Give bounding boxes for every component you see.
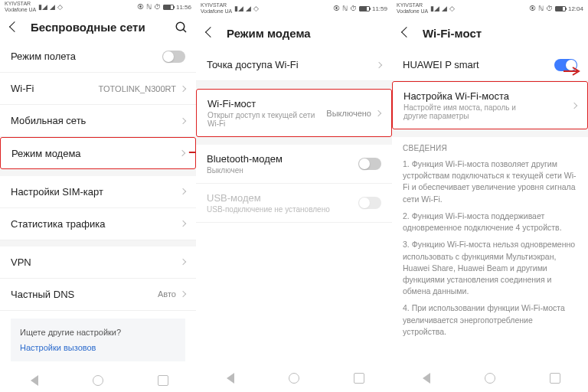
row-hotspot[interactable]: Точка доступа Wi-Fi [196, 49, 392, 81]
nfc-icon: ⦿ ℕ [137, 3, 152, 11]
nav-recent-icon[interactable] [158, 375, 168, 386]
wifi-icon: ◇ [253, 5, 259, 12]
label: VPN [11, 256, 31, 268]
chevron-right-icon [179, 150, 185, 156]
page-title: Беспроводные сети [31, 21, 164, 34]
row-sim[interactable]: Настройки SIM-карт [0, 176, 196, 208]
time: 12:04 [568, 5, 583, 12]
svg-line-1 [183, 29, 186, 32]
battery-icon [359, 6, 370, 11]
info-link[interactable]: Настройки вызовов [20, 343, 176, 352]
signal-icon: ◢ [442, 5, 447, 12]
carrier-top: KYIVSTAR [5, 1, 31, 6]
battery-icon [555, 6, 566, 11]
carrier-bottom: Vodafone UA [5, 7, 36, 12]
chevron-right-icon [180, 259, 186, 265]
label: Частный DNS [11, 289, 74, 300]
chevron-right-icon [180, 220, 186, 227]
row-bt-tether[interactable]: Bluetooth-модем Выключен [196, 145, 392, 184]
nfc-icon: ⦿ ℕ [529, 5, 544, 12]
label: Точка доступа Wi-Fi [207, 59, 299, 70]
signal-icon: ◢ [50, 3, 55, 11]
section-header: СВЕДЕНИЯ [392, 137, 588, 155]
chevron-right-icon [180, 291, 186, 297]
row-usb-tether: USB-модем USB-подключение не установлено [196, 184, 392, 223]
back-icon[interactable] [204, 27, 216, 39]
toggle-bt[interactable] [358, 158, 381, 170]
back-icon[interactable] [8, 21, 20, 34]
nav-back-icon[interactable] [224, 373, 234, 384]
page-title: Wi-Fi-мост [423, 27, 580, 40]
alarm-icon: ⏱ [154, 3, 161, 11]
row-tethering[interactable]: Режим модема [0, 137, 196, 169]
info-box: Ищете другие настройки? Настройки вызово… [11, 318, 185, 361]
time: 11:56 [176, 4, 191, 11]
label: Настройка Wi-Fi-моста [403, 90, 541, 102]
nav-recent-icon[interactable] [354, 373, 364, 384]
row-wifi[interactable]: Wi-Fi TOTOLINK_N300RT [0, 73, 196, 105]
signal-icon: ▮◢ [234, 5, 243, 12]
nav-back-icon[interactable] [420, 373, 430, 384]
value: Выключено [326, 109, 371, 118]
phone-screen-3: KYIVSTARVodafone UA ▮◢ ◢ ◇ ⦿ ℕ ⏱ 12:04 W… [392, 0, 588, 392]
chevron-right-icon [376, 61, 382, 67]
chevron-right-icon [180, 86, 186, 92]
label: Режим модема [11, 148, 81, 159]
nav-home-icon[interactable] [485, 373, 495, 384]
status-bar: KYIVSTARVodafone UA ▮◢ ◢ ◇ ⦿ ℕ ⏱ 11:56 [0, 0, 196, 14]
row-mobile[interactable]: Мобильная сеть [0, 105, 196, 137]
label: Режим полета [11, 51, 76, 62]
toggle-usb [358, 197, 381, 209]
sublabel: Открыт доступ к текущей сети Wi-Fi [207, 111, 326, 128]
status-bar: KYIVSTARVodafone UA ▮◢ ◢ ◇ ⦿ ℕ ⏱ 12:04 [392, 0, 588, 17]
info-question: Ищете другие настройки? [20, 328, 176, 337]
nav-bar [196, 364, 392, 392]
row-airplane[interactable]: Режим полета [0, 41, 196, 73]
chevron-right-icon [375, 109, 381, 116]
nav-bar [392, 364, 588, 392]
label: Мобильная сеть [11, 115, 86, 126]
label: Bluetooth-модем [207, 153, 283, 165]
phone-screen-2: KYIVSTARVodafone UA ▮◢ ◢ ◇ ⦿ ℕ ⏱ 11:59 Р… [196, 0, 392, 392]
chevron-right-icon [180, 188, 186, 194]
label: HUAWEI P smart [403, 59, 479, 70]
label: Статистика трафика [11, 218, 105, 230]
signal-icon: ▮◢ [430, 5, 439, 12]
phone-screen-1: KYIVSTARVodafone UA ▮◢ ◢ ◇ ⦿ ℕ ⏱ 11:56 Б… [0, 0, 196, 392]
signal-icon: ◢ [246, 5, 251, 12]
details-text: 1. Функция Wi-Fi-моста позволяет другим … [392, 155, 588, 346]
alarm-icon: ⏱ [350, 5, 357, 12]
header: Режим модема [196, 17, 392, 49]
sublabel: Настройте имя моста, пароль и другие пар… [403, 103, 541, 120]
value: TOTOLINK_N300RT [99, 84, 177, 93]
label: Wi-Fi [11, 83, 34, 94]
toggle-airplane[interactable] [162, 51, 185, 63]
sublabel: USB-подключение не установлено [207, 205, 330, 214]
back-icon[interactable] [400, 27, 412, 39]
nav-bar [0, 369, 196, 392]
time: 11:59 [372, 5, 387, 12]
label: USB-модем [207, 192, 330, 204]
row-device[interactable]: HUAWEI P smart [392, 49, 588, 81]
page-title: Режим модема [227, 27, 384, 40]
label: Wi-Fi-мост [207, 98, 326, 109]
row-wifi-bridge[interactable]: Wi-Fi-мост Открыт доступ к текущей сети … [196, 89, 392, 137]
row-bridge-config[interactable]: Настройка Wi-Fi-моста Настройте имя мост… [392, 81, 588, 129]
svg-point-0 [176, 22, 185, 31]
alarm-icon: ⏱ [546, 5, 553, 12]
header: Беспроводные сети [0, 14, 196, 41]
header: Wi-Fi-мост [392, 17, 588, 49]
row-traffic[interactable]: Статистика трафика [0, 208, 196, 240]
value: Авто [158, 289, 176, 299]
nav-back-icon[interactable] [28, 375, 38, 386]
signal-icon: ▮◢ [38, 3, 47, 11]
row-vpn[interactable]: VPN [0, 247, 196, 279]
row-dns[interactable]: Частный DNS Авто [0, 279, 196, 311]
nav-home-icon[interactable] [289, 373, 299, 384]
sublabel: Выключен [207, 166, 283, 175]
nav-home-icon[interactable] [93, 375, 103, 386]
nav-recent-icon[interactable] [550, 373, 560, 384]
chevron-right-icon [571, 102, 577, 108]
nfc-icon: ⦿ ℕ [333, 5, 348, 12]
search-icon[interactable] [175, 21, 188, 34]
